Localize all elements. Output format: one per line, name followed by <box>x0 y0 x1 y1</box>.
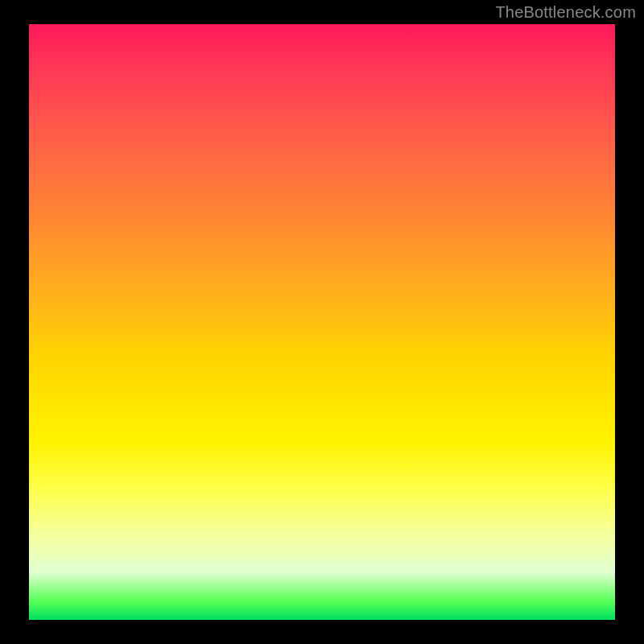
watermark-label: TheBottleneck.com <box>495 3 636 22</box>
chart-frame: TheBottleneck.com <box>0 0 644 644</box>
gradient-background <box>29 24 615 620</box>
plot-area <box>29 24 615 620</box>
